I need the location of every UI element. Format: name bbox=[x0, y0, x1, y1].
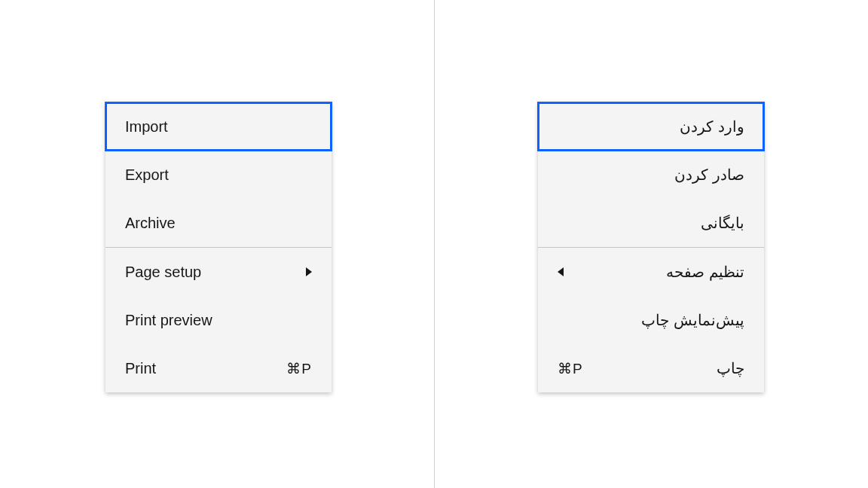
menu-item-label: Page setup bbox=[125, 264, 306, 281]
submenu-arrow-icon bbox=[558, 267, 564, 276]
vertical-divider bbox=[434, 0, 435, 488]
menu-item-print[interactable]: چاپ ⌘P bbox=[538, 344, 764, 392]
menu-item-export[interactable]: صادر کردن bbox=[538, 151, 764, 199]
menu-item-print-preview[interactable]: Print preview bbox=[105, 296, 332, 344]
menu-item-archive[interactable]: بایگانی bbox=[538, 199, 764, 247]
menu-item-import[interactable]: وارد کردن bbox=[538, 102, 764, 151]
submenu-arrow-icon bbox=[306, 267, 312, 276]
menu-item-page-setup[interactable]: Page setup bbox=[105, 248, 332, 296]
menu-item-label: Import bbox=[125, 118, 312, 136]
menu-item-label: Export bbox=[125, 166, 312, 184]
menu-item-label: پیش‌نمایش چاپ bbox=[558, 311, 744, 329]
shortcut-label: ⌘P bbox=[286, 360, 312, 377]
menu-item-label: چاپ bbox=[583, 359, 744, 377]
menu-item-label: صادر کردن bbox=[558, 166, 744, 184]
shortcut-label: ⌘P bbox=[558, 360, 583, 377]
context-menu-rtl: وارد کردن صادر کردن بایگانی تنظیم صفحه پ… bbox=[538, 102, 764, 392]
menu-item-export[interactable]: Export bbox=[105, 151, 332, 199]
menu-item-print-preview[interactable]: پیش‌نمایش چاپ bbox=[538, 296, 764, 344]
menu-item-label: وارد کردن bbox=[558, 117, 744, 136]
menu-item-print[interactable]: Print ⌘P bbox=[105, 344, 332, 392]
menu-item-label: تنظیم صفحه bbox=[564, 263, 744, 281]
menu-item-page-setup[interactable]: تنظیم صفحه bbox=[538, 248, 764, 296]
context-menu-ltr: Import Export Archive Page setup Print p… bbox=[105, 102, 332, 392]
menu-item-label: Archive bbox=[125, 215, 312, 232]
menu-item-label: Print bbox=[125, 360, 286, 377]
menu-item-label: بایگانی bbox=[558, 214, 744, 232]
menu-item-label: Print preview bbox=[125, 312, 312, 329]
menu-item-archive[interactable]: Archive bbox=[105, 199, 332, 247]
menu-item-import[interactable]: Import bbox=[105, 102, 332, 151]
